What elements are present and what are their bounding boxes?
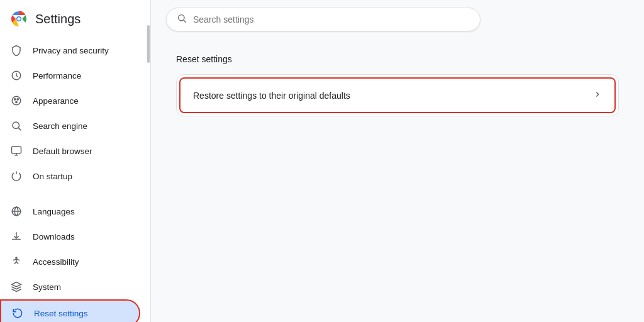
sidebar-header: Settings — [0, 5, 150, 38]
svg-line-11 — [18, 128, 21, 130]
sidebar-item-system[interactable]: System — [0, 274, 140, 299]
sidebar-label-reset-settings: Reset settings — [34, 309, 88, 318]
topbar — [151, 0, 644, 39]
svg-point-10 — [13, 122, 19, 129]
globe-icon — [10, 205, 23, 218]
sidebar-label-system: System — [33, 282, 61, 292]
sidebar: Settings Privacy and security Performanc… — [0, 0, 151, 322]
download-icon — [10, 230, 23, 243]
palette-icon — [10, 94, 23, 107]
sidebar-label-accessibility: Accessibility — [33, 257, 79, 267]
system-icon — [10, 280, 23, 293]
content-area: Reset settings Restore settings to their… — [151, 39, 644, 322]
reset-settings-card: Restore settings to their original defau… — [176, 74, 619, 116]
restore-defaults-row[interactable]: Restore settings to their original defau… — [179, 77, 616, 113]
sidebar-item-reset-settings[interactable]: Reset settings — [0, 299, 140, 322]
sidebar-label-languages: Languages — [33, 207, 75, 216]
shield-icon — [10, 44, 23, 57]
sidebar-label-privacy: Privacy and security — [33, 46, 109, 55]
search-icon — [10, 119, 23, 132]
accessibility-icon — [10, 255, 23, 268]
sidebar-label-downloads: Downloads — [33, 232, 75, 242]
screen-icon — [10, 145, 23, 157]
restore-defaults-label: Restore settings to their original defau… — [193, 91, 350, 101]
sidebar-item-accessibility[interactable]: Accessibility — [0, 249, 140, 274]
chevron-right-icon — [593, 90, 602, 101]
sidebar-item-privacy[interactable]: Privacy and security — [0, 38, 140, 63]
sidebar-item-downloads[interactable]: Downloads — [0, 224, 140, 249]
svg-point-8 — [17, 99, 18, 100]
sidebar-label-default-browser: Default browser — [33, 147, 92, 156]
sidebar-label-performance: Performance — [33, 71, 81, 80]
search-box — [166, 8, 480, 31]
search-input[interactable] — [193, 14, 470, 25]
sidebar-item-search-engine[interactable]: Search engine — [0, 113, 140, 138]
sidebar-label-appearance: Appearance — [33, 96, 79, 106]
svg-point-4 — [18, 18, 21, 21]
main-content: Reset settings Restore settings to their… — [151, 0, 644, 322]
sidebar-scroll-track — [147, 0, 150, 322]
reset-icon — [11, 307, 24, 319]
sidebar-item-appearance[interactable]: Appearance — [0, 88, 140, 113]
svg-point-9 — [16, 101, 17, 103]
sidebar-label-search-engine: Search engine — [33, 121, 87, 131]
svg-point-16 — [16, 257, 17, 258]
svg-point-17 — [179, 15, 184, 21]
section-title: Reset settings — [176, 54, 619, 64]
power-icon — [10, 170, 23, 182]
sidebar-item-on-startup[interactable]: On startup — [0, 164, 140, 189]
svg-line-18 — [184, 20, 186, 23]
svg-rect-12 — [12, 147, 21, 153]
sidebar-label-on-startup: On startup — [33, 172, 72, 181]
chrome-logo — [10, 10, 28, 28]
sidebar-item-performance[interactable]: Performance — [0, 63, 140, 88]
gauge-icon — [10, 69, 23, 82]
app-title: Settings — [35, 12, 80, 26]
sidebar-item-default-browser[interactable]: Default browser — [0, 138, 140, 164]
svg-point-6 — [12, 96, 21, 105]
sidebar-item-languages[interactable]: Languages — [0, 199, 140, 224]
svg-point-7 — [14, 99, 16, 100]
sidebar-scroll-thumb[interactable] — [147, 25, 150, 63]
search-icon — [177, 13, 187, 26]
